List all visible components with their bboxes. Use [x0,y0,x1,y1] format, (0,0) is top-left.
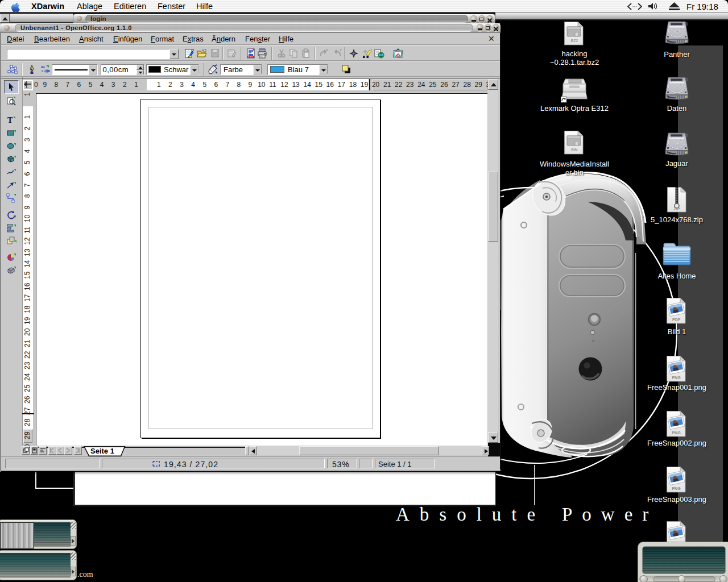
svg-text:PNG: PNG [672,376,681,380]
svg-text:ZIP: ZIP [674,207,680,211]
svg-text:PDF: PDF [672,318,681,322]
svg-text:PNG: PNG [672,487,681,490]
svg-text:PNG: PNG [672,431,681,435]
svg-text:.BIN: .BIN [570,148,578,152]
svg-text:.BZ2: .BZ2 [570,39,578,43]
svg-text:T: T [7,116,13,124]
